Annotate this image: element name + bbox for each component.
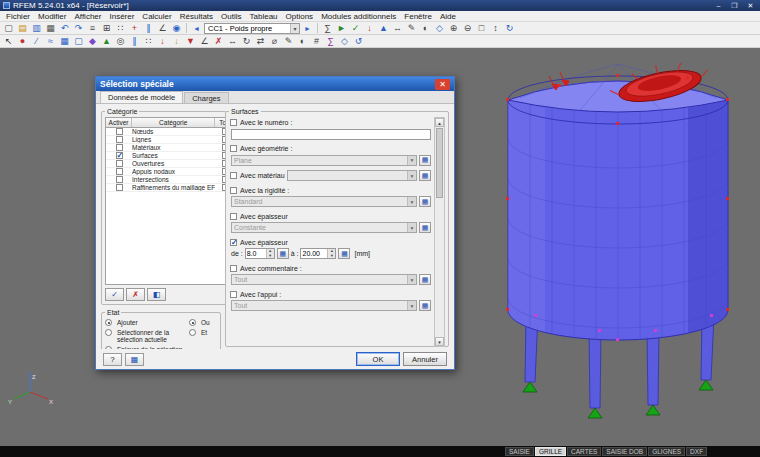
dialog-close-button[interactable]: ✕ [435,79,450,90]
category-row[interactable]: Nœuds [106,128,235,136]
appui-checkbox[interactable] [230,291,237,298]
geometrie-select[interactable]: Plane ▾ [231,155,417,166]
commentaire-checkbox[interactable] [230,265,237,272]
pick-list-button[interactable]: ▦ [419,170,431,181]
status-tab[interactable]: GLIGNES [648,447,685,456]
check-model-icon[interactable]: ✓ [349,22,362,34]
pick-list-button[interactable]: ▦ [338,248,350,259]
results-icon[interactable]: ∑ [321,22,334,34]
menu-item[interactable]: Tableau [246,12,282,21]
tab-donnees-de-modele[interactable]: Données de modèle [100,91,183,103]
new-node-icon[interactable]: ● [16,35,29,47]
menu-item[interactable]: Aide [436,12,460,21]
new-file-icon[interactable]: ▢ [2,22,15,34]
delete-icon[interactable]: ✗ [212,35,225,47]
epaisseur-type-checkbox[interactable] [230,213,237,220]
activer-checkbox[interactable] [116,136,123,143]
menu-item[interactable]: Résultats [176,12,217,21]
print-icon[interactable]: ▦ [44,22,57,34]
refresh-icon[interactable]: ↻ [503,22,516,34]
rigidite-checkbox[interactable] [230,187,237,194]
thickness-to-input[interactable] [301,249,327,258]
dimensions-icon[interactable]: ↔ [391,22,404,34]
pick-list-button[interactable]: ▦ [419,196,431,207]
grid-icon[interactable]: ∷ [114,22,127,34]
thickness-from-input[interactable] [246,249,266,258]
pick-list-button[interactable]: ▦ [419,222,431,233]
cancel-button[interactable]: Annuler [403,352,447,366]
materiau-select[interactable]: ▾ [287,170,417,181]
category-row[interactable]: Raffinements du maillage EF [106,184,235,192]
activer-checkbox[interactable] [116,184,123,191]
imperfection-icon[interactable]: ∠ [198,35,211,47]
guide-lines-icon[interactable]: ∠ [156,22,169,34]
spinner-arrows[interactable]: ▴▾ [327,249,335,258]
previous-load-case-button[interactable]: ◄ [190,22,203,34]
activer-checkbox[interactable] [116,160,123,167]
materiau-checkbox[interactable] [230,172,237,179]
scroll-up-icon[interactable]: ▴ [435,118,444,127]
menu-item[interactable]: Modules additionnels [317,12,400,21]
menu-item[interactable]: Fichier [2,12,34,21]
show-loads-icon[interactable]: ∑ [324,35,337,47]
redo-icon[interactable]: ↷ [72,22,85,34]
comment-icon[interactable]: ✎ [405,22,418,34]
new-member-icon[interactable]: ∥ [128,35,141,47]
navigator-icon[interactable]: ≡ [86,22,99,34]
category-row[interactable]: Ouvertures [106,160,235,168]
scroll-down-icon[interactable]: ▾ [435,337,444,346]
snap-icon[interactable]: + [128,22,141,34]
epaisseur-range-checkbox[interactable] [230,239,237,246]
new-surface-icon[interactable]: ▦ [58,35,71,47]
activer-checkbox[interactable] [116,128,123,135]
new-opening-icon[interactable]: ▢ [72,35,85,47]
rotate-icon[interactable]: ↻ [240,35,253,47]
close-button[interactable]: ✕ [744,1,757,10]
loads-icon[interactable]: ↓ [363,22,376,34]
views-icon[interactable]: ◇ [433,22,446,34]
radio-selectionner[interactable] [105,329,112,336]
radio-enlever[interactable] [105,346,112,350]
supports-icon[interactable]: ▲ [377,22,390,34]
surfaces-scrollbar[interactable]: ▴ ▾ [434,117,445,347]
uncheck-all-button[interactable]: ✗ [126,288,145,301]
open-file-icon[interactable]: ▤ [16,22,29,34]
load-case-select[interactable]: CC1 - Poids propre ▾ [204,23,300,34]
move-icon[interactable]: ↔ [226,35,239,47]
check-all-button[interactable]: ✓ [105,288,124,301]
category-row[interactable]: Surfaces [106,152,235,160]
dialog-titlebar[interactable]: Sélection spéciale ✕ [96,77,454,91]
geometrie-checkbox[interactable] [230,145,237,152]
thickness-from-spinner[interactable]: ▴▾ [245,248,275,259]
category-row[interactable]: Intersections [106,176,235,184]
status-tab[interactable]: SAISIE [505,447,534,456]
invert-selection-button[interactable]: ◧ [147,288,166,301]
activer-checkbox[interactable] [116,144,123,151]
tab-charges[interactable]: Charges [184,92,228,103]
menu-item[interactable]: Calculer [138,12,175,21]
rigidite-select[interactable]: Standard ▾ [231,196,417,207]
new-support-icon[interactable]: ▲ [100,35,113,47]
half-view-icon[interactable]: ◐ [296,35,309,47]
selection-settings-button[interactable]: ▦ [125,353,144,366]
status-tab[interactable]: SAISIE DOB [602,447,647,456]
previous-view-icon[interactable]: ↺ [352,35,365,47]
select-pointer-icon[interactable]: ↖ [2,35,15,47]
help-button[interactable]: ? [103,353,122,366]
radio-ajouter[interactable] [105,319,112,326]
category-row[interactable]: Matériaux [106,144,235,152]
category-row[interactable]: Appuis nodaux [106,168,235,176]
undo-icon[interactable]: ↶ [58,22,71,34]
pick-list-button[interactable]: ▦ [419,155,431,166]
minimize-button[interactable]: – [712,1,725,10]
new-hinge-icon[interactable]: ◎ [114,35,127,47]
menu-item[interactable]: Fenêtre [400,12,436,21]
menu-item[interactable]: Afficher [70,12,105,21]
commentaire-select[interactable]: Tout ▾ [231,274,417,285]
new-solid-icon[interactable]: ◆ [86,35,99,47]
activer-checkbox[interactable] [116,176,123,183]
pick-list-button[interactable]: ▦ [277,248,289,259]
calculate-icon[interactable]: ► [335,22,348,34]
save-icon[interactable]: ▥ [30,22,43,34]
activer-checkbox[interactable] [116,152,123,159]
